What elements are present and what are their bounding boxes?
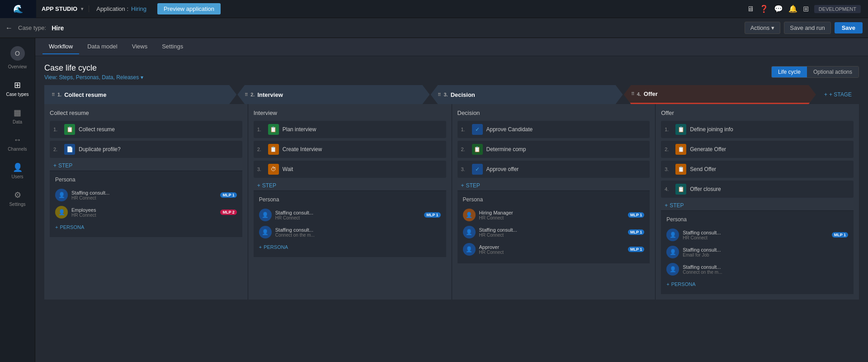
persona-avatar-4-2: 👤 [666, 246, 679, 258]
mlp-badge-4-1: MLP 1 [832, 232, 848, 238]
stage-num-2: 2. [250, 92, 255, 97]
step-collect-resume-2[interactable]: 2. 📄 Duplicate profile? [50, 141, 242, 158]
stage-num-4: 4. [637, 91, 641, 97]
stage-label-4: Offer [644, 90, 658, 97]
persona-avatar-3-2: 👤 [463, 226, 476, 238]
sidebar-label-settings: Settings [9, 202, 25, 207]
stage-header-decision[interactable]: ⠿ 3. Decision [430, 85, 623, 104]
step-interview-3[interactable]: 3. ⏱ Wait [254, 161, 446, 178]
step-offer-2[interactable]: 2. 📋 Generate Offer [661, 141, 854, 158]
add-persona-button-4[interactable]: + PERSONA [666, 280, 848, 289]
step-icon-offer-4: 📋 [675, 184, 686, 195]
add-step-collect-resume[interactable]: + STEP [50, 161, 242, 171]
persona-title-2: Persona [259, 196, 441, 203]
step-offer-1[interactable]: 1. 📋 Define joining info [661, 121, 854, 138]
step-decision-1[interactable]: 1. ✓ Approve Candidate [458, 121, 650, 138]
stage-header-offer[interactable]: ⠿ 4. Offer [624, 85, 816, 104]
add-step-label-2: STEP [262, 182, 276, 189]
bell-icon[interactable]: 🔔 [788, 5, 797, 13]
add-step-interview[interactable]: + STEP [254, 181, 446, 191]
tab-views[interactable]: Views [126, 39, 154, 54]
persona-section-4: Persona 👤 Staffing consult... HR Connect… [661, 210, 854, 294]
add-persona-button-2[interactable]: + PERSONA [259, 243, 441, 252]
view-label: View: Steps, Personas, Data, Releases ▾ [44, 74, 143, 81]
persona-title-4: Persona [666, 216, 848, 223]
mlp-badge-1-1: MLP 1 [220, 192, 236, 198]
add-persona-label-2: PERSONA [264, 244, 288, 250]
actions-button[interactable]: Actions ▾ [745, 22, 781, 34]
stage-label-2: Interview [257, 91, 283, 98]
step-decision-2[interactable]: 2. 📋 Determine comp [458, 141, 650, 158]
persona-1-1[interactable]: 👤 Staffing consult... HR Connect MLP 1 [55, 186, 237, 204]
persona-1-2[interactable]: 👤 Employees HR Connect MLP 2 [55, 204, 237, 221]
step-offer-3[interactable]: 3. 📋 Send Offer [661, 161, 854, 178]
add-persona-icon-4: + [666, 281, 669, 287]
add-step-label-4: STEP [670, 202, 684, 209]
drag-handle-2: ⠿ [245, 92, 248, 97]
sidebar-item-channels[interactable]: ↔ Channels [2, 131, 33, 156]
tab-workflow[interactable]: Workflow [42, 39, 79, 54]
add-persona-button-1[interactable]: + PERSONA [55, 223, 237, 232]
persona-2-2[interactable]: 👤 Staffing consult... Connect on the m..… [259, 224, 441, 241]
sidebar-item-data[interactable]: ▦ Data [2, 103, 33, 129]
add-step-label-1: STEP [58, 162, 72, 169]
save-button[interactable]: Save [835, 22, 863, 33]
persona-2-1[interactable]: 👤 Staffing consult... HR Connect MLP 1 [259, 206, 441, 224]
persona-4-2[interactable]: 👤 Staffing consult... Email for Job [666, 243, 848, 261]
back-button[interactable]: ← [5, 24, 13, 32]
persona-3-3[interactable]: 👤 Approver HR Connect MLP 1 [463, 241, 645, 258]
persona-4-1[interactable]: 👤 Staffing consult... HR Connect MLP 1 [666, 226, 848, 243]
persona-avatar-2-1: 👤 [259, 209, 272, 221]
add-step-decision[interactable]: + STEP [458, 181, 650, 191]
persona-3-1[interactable]: 👤 Hiring Manager HR Connect MLP 1 [463, 206, 645, 224]
add-stage-button[interactable]: + + STAGE [817, 91, 859, 98]
step-icon-collect-resume-1: 📋 [64, 124, 75, 135]
sidebar-item-settings[interactable]: ⚙ Settings [2, 186, 33, 211]
step-interview-1[interactable]: 1. 📋 Plan interview [254, 121, 446, 138]
persona-info-3-3: Approver HR Connect [479, 244, 624, 255]
stage-col-interview: Interview 1. 📋 Plan interview 2. 📋 Creat… [248, 104, 452, 300]
step-icon-interview-2: 📋 [268, 144, 279, 155]
persona-4-3[interactable]: 👤 Staffing consult... Connect on the m..… [666, 261, 848, 278]
step-icon-offer-3: 📋 [675, 164, 686, 175]
tab-settings[interactable]: Settings [156, 39, 189, 54]
chat-icon[interactable]: 💬 [774, 5, 783, 13]
step-interview-2[interactable]: 2. 📋 Create Interview [254, 141, 446, 158]
persona-3-2[interactable]: 👤 Staffing consult... HR Connect MLP 1 [463, 224, 645, 241]
lifecycle-header: Case life cycle View: Steps, Personas, D… [44, 63, 859, 81]
sidebar-item-users[interactable]: 👤 Users [2, 158, 33, 184]
preview-button[interactable]: Preview application [157, 3, 221, 14]
grid-icon[interactable]: ⊞ [803, 5, 809, 13]
sidebar-item-case-types[interactable]: ⊞ Case types [2, 76, 33, 101]
tab-data-model[interactable]: Data model [81, 39, 123, 54]
add-persona-label-4: PERSONA [671, 281, 696, 287]
persona-info-1-2: Employees HR Connect [71, 207, 217, 218]
stage-label-1: Collect resume [64, 91, 106, 98]
studio-label: APP STUDIO [42, 5, 77, 12]
step-icon-offer-1: 📋 [675, 124, 686, 135]
toggle-lifecycle[interactable]: Life cycle [772, 67, 807, 77]
studio-chevron[interactable]: ▾ [81, 6, 83, 11]
actions-chevron-icon: ▾ [771, 24, 774, 31]
stage-header-collect-resume[interactable]: ⠿ 1. Collect resume [44, 85, 236, 104]
stage-col-collect-resume: Collect resume 1. 📋 Collect resume 2. 📄 … [44, 104, 248, 300]
persona-section-1: Persona 👤 Staffing consult... HR Connect… [50, 171, 242, 237]
step-decision-3[interactable]: 3. ✓ Approve offer [458, 161, 650, 178]
add-step-offer[interactable]: + STEP [661, 200, 854, 210]
application-name[interactable]: Hiring [131, 5, 146, 12]
actions-label: Actions [750, 24, 770, 31]
app-logo[interactable]: 🌊 [0, 0, 36, 18]
save-run-button[interactable]: Save and run [784, 22, 830, 34]
view-options[interactable]: Steps, Personas, Data, Releases ▾ [59, 74, 143, 81]
toggle-optional-actions[interactable]: Optional actions [807, 67, 859, 77]
stage-header-interview[interactable]: ⠿ 2. Interview [237, 85, 429, 104]
step-offer-4[interactable]: 4. 📋 Offer closure [661, 181, 854, 198]
toolbar: Actions ▾ Save and run Save [745, 22, 863, 34]
help-icon[interactable]: ❓ [760, 5, 769, 13]
persona-title-1: Persona [55, 176, 237, 183]
settings-icon: ⚙ [14, 190, 21, 200]
design-icon[interactable]: 🖥 [747, 5, 754, 13]
sidebar-item-overview[interactable]: O Overview [2, 42, 33, 74]
step-collect-resume-1[interactable]: 1. 📋 Collect resume [50, 121, 242, 138]
top-nav: 🌊 APP STUDIO ▾ Application : Hiring Prev… [0, 0, 868, 18]
